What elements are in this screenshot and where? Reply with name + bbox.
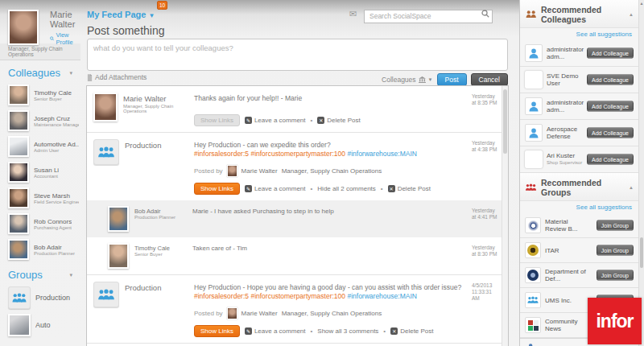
collapse-icon[interactable]: ▲ (629, 185, 634, 190)
group-people-icon[interactable] (93, 282, 119, 307)
avatar[interactable] (93, 93, 118, 122)
see-all-suggestions-link[interactable]: See all suggestions (520, 201, 638, 213)
chevron-down-icon[interactable]: ▾ (69, 70, 72, 76)
chevron-down-icon: ▼ (148, 12, 155, 19)
avatar[interactable] (108, 206, 129, 232)
delete-post-button[interactable]: ✕Delete Post (388, 185, 431, 192)
recommended-group-row: Department of Def... Join Group (520, 263, 638, 288)
leave-comment-button[interactable]: ✎Leave a comment (245, 117, 306, 124)
show-links-button[interactable]: Show Links (194, 325, 240, 337)
mail-icon[interactable]: ✉ (349, 9, 357, 19)
scrollbar-thumb[interactable] (640, 237, 643, 268)
group-name[interactable]: Department of Def... (545, 268, 590, 282)
leave-comment-button[interactable]: ✎Leave a comment (245, 185, 306, 192)
colleagues-header-label[interactable]: Colleagues (8, 67, 60, 79)
posted-by-name[interactable]: Marie Walter (242, 310, 278, 317)
avatar[interactable] (108, 243, 129, 269)
join-group-button[interactable]: Join Group (597, 270, 634, 281)
colleague-item[interactable]: Joseph CruzMaintenance Manager (0, 108, 80, 134)
colleague-name[interactable]: SVE Demo User (547, 72, 592, 87)
notification-badge[interactable]: 10 (157, 1, 167, 10)
audience-label: Colleagues (382, 76, 416, 84)
cancel-button[interactable]: Cancel (471, 73, 508, 86)
comment: Timothy Cale Senior Buyer Done 4/5/2013 … (87, 343, 508, 346)
colleague-name: Timothy Cale (34, 89, 72, 97)
search-icon[interactable] (481, 10, 489, 18)
group-name[interactable]: Community News (545, 318, 590, 332)
group-item[interactable]: Production (0, 284, 80, 311)
colleague-name: Automotive Ad... (34, 141, 79, 148)
view-profile-link[interactable]: View Profile (50, 31, 77, 46)
feed-scrollbar[interactable] (502, 86, 508, 346)
avatar (8, 162, 29, 183)
search-input[interactable] (364, 10, 493, 23)
group-name[interactable]: UMS Inc. (545, 297, 590, 304)
add-colleague-button[interactable]: Add Colleague (587, 48, 634, 59)
feed-post: Marie Walter Manager, Supply Chain Opera… (87, 86, 508, 133)
comment-timestamp: Yesterday at 8:30 PM (472, 245, 499, 257)
delete-post-label: Delete Post (327, 117, 360, 124)
join-group-button[interactable]: Join Group (597, 220, 634, 231)
colleague-role: Purchasing Agent (34, 225, 72, 230)
post-button[interactable]: Post (437, 73, 467, 86)
sidebar-scrollbar[interactable]: ▲ (638, 0, 644, 346)
colleague-item[interactable]: Automotive Ad...Admin User (0, 134, 80, 159)
post-author[interactable]: Production (125, 283, 161, 292)
add-colleague-button[interactable]: Add Colleague (587, 154, 634, 165)
add-colleague-button[interactable]: Add Colleague (587, 75, 634, 85)
add-colleague-button[interactable]: Add Colleague (587, 101, 634, 112)
hashtag-link[interactable]: #inforsalesorder:5 #inforcustomerpartyma… (194, 292, 345, 300)
collapse-icon[interactable]: ▲ (629, 12, 634, 17)
recommended-colleague-row: administrator adm... Add Colleague (520, 40, 638, 67)
feed-post: Production Hey Production - Hope you are… (87, 275, 508, 343)
comment-author[interactable]: Bob Adair (134, 208, 192, 215)
groups-header-label[interactable]: Groups (8, 269, 43, 281)
join-group-button[interactable]: Join Group (597, 245, 634, 256)
chevron-down-icon[interactable]: ▾ (69, 272, 72, 278)
feed-column: My Feed Page ▼ 10 ✉ Post something Add A… (80, 0, 519, 346)
delete-icon: ✕ (317, 117, 324, 124)
colleague-name[interactable]: Aerospace Defense (547, 126, 592, 140)
colleague-item[interactable]: Rob ConnorsPurchasing Agent (0, 211, 80, 237)
post-input[interactable] (87, 39, 508, 71)
avatar[interactable] (227, 307, 237, 319)
composer-title: Post something (87, 24, 165, 37)
add-attachments-link[interactable]: Add Attachments (87, 73, 147, 81)
leave-comment-button[interactable]: ✎Leave a comment (245, 327, 306, 335)
colleague-item[interactable]: Steve MarshField Service Engineer (0, 185, 80, 211)
comment-author[interactable]: Timothy Cale (134, 245, 192, 252)
colleague-item[interactable]: Timothy CaleSenior Buyer (0, 82, 80, 108)
post-author[interactable]: Production (125, 141, 161, 150)
group-people-icon (8, 286, 31, 309)
recommended-colleague-row: Ari KusterShop Supervisor Add Colleague (520, 146, 638, 173)
new-user-icon (526, 343, 536, 346)
scrollbar-thumb[interactable] (503, 89, 507, 154)
delete-post-button[interactable]: ✕Delete Post (390, 327, 433, 335)
toggle-comments-link[interactable]: Hide all 2 comments (317, 185, 375, 192)
toggle-comments-link[interactable]: Show all 3 comments (317, 327, 378, 335)
audience-selector[interactable]: Colleagues ▼ (382, 76, 432, 84)
hashtag-link[interactable]: #inforsalesorder:5 #inforcustomerpartyma… (194, 150, 345, 158)
add-colleague-button[interactable]: Add Colleague (587, 128, 634, 138)
show-links-button[interactable]: Show Links (194, 183, 240, 195)
scroll-up-arrow[interactable]: ▲ (639, 0, 644, 6)
colleague-item[interactable]: Susan LiAccountant (0, 159, 80, 185)
group-name[interactable]: ITAR (545, 247, 590, 254)
post-author[interactable]: Marie Walter (123, 94, 186, 103)
see-all-suggestions-link[interactable]: See all suggestions (520, 28, 638, 40)
group-people-icon[interactable] (93, 139, 119, 165)
delete-post-button[interactable]: ✕Delete Post (317, 117, 360, 124)
colleague-name[interactable]: Ari Kuster (547, 152, 575, 159)
hashtag-link[interactable]: #inforwarehouse:MAIN (347, 292, 416, 300)
hashtag-link[interactable]: #inforwarehouse:MAIN (347, 150, 416, 158)
group-name[interactable]: Material Review B... (545, 218, 590, 233)
posted-by-name[interactable]: Marie Walter (242, 167, 278, 175)
feed-page-selector[interactable]: My Feed Page ▼ (87, 10, 155, 19)
group-item[interactable]: Auto (0, 311, 80, 339)
right-sidebar: Recommended Colleagues ▲ See all suggest… (519, 0, 644, 346)
colleague-item[interactable]: Bob AdairProduction Planner (0, 237, 80, 262)
avatar[interactable] (8, 10, 39, 45)
colleague-name[interactable]: administrator adm... (547, 99, 592, 113)
avatar[interactable] (227, 165, 237, 177)
colleague-name[interactable]: administrator adm... (547, 46, 592, 60)
